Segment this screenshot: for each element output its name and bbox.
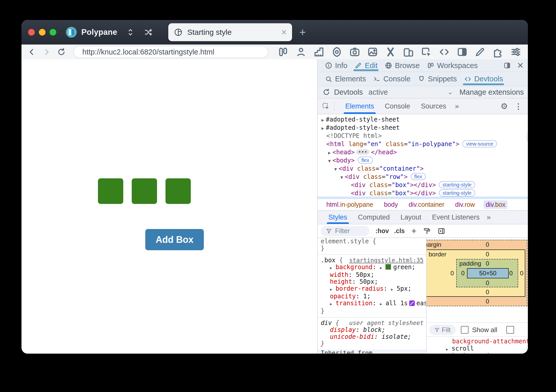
window-switcher-icon[interactable] xyxy=(126,28,135,37)
panel-tab-elements[interactable]: Elements xyxy=(325,72,366,86)
collapsed-children-icon[interactable]: ••• xyxy=(356,149,370,155)
selected-dom-row-partial[interactable] xyxy=(318,197,528,199)
dock-side-icon[interactable] xyxy=(503,61,511,70)
rule-source-link[interactable]: startingstyle.html:35 xyxy=(349,257,424,264)
element-picker-icon[interactable] xyxy=(420,46,432,58)
element-classes-button[interactable]: .cls xyxy=(394,227,405,235)
css-property[interactable]: ▶background: ▶green; xyxy=(321,264,426,271)
seo-badge-icon[interactable] xyxy=(331,46,343,58)
breadcrumb-body[interactable]: body xyxy=(382,200,400,209)
dom-node-row[interactable]: ▼<body>flex xyxy=(318,156,528,165)
css-rule[interactable]: user agent stylesheetdiv {display: block… xyxy=(321,320,426,347)
mode-tab-browse[interactable]: Browse xyxy=(385,59,420,72)
css-rule[interactable]: element.style {} xyxy=(321,238,426,252)
mode-tab-edit[interactable]: Edit xyxy=(354,59,377,72)
computed-filter-input[interactable]: Filt xyxy=(429,325,456,335)
border-top-value[interactable]: 0 xyxy=(486,251,489,258)
color-swatch[interactable] xyxy=(385,264,391,270)
code-icon[interactable] xyxy=(438,46,450,58)
group-checkbox[interactable] xyxy=(506,326,514,334)
css-property[interactable]: display: block; xyxy=(321,326,426,333)
padding-right-value[interactable]: 0 xyxy=(509,270,513,277)
panel-tab-devtools[interactable]: Devtools xyxy=(464,72,503,86)
dom-node-row[interactable]: <div class="box"></div>starting-style xyxy=(318,181,528,189)
border-right-value[interactable]: 0 xyxy=(520,270,523,277)
more-tabs-icon[interactable]: » xyxy=(455,102,459,110)
back-button[interactable] xyxy=(27,47,36,57)
margin-top-value[interactable]: 0 xyxy=(486,241,489,248)
dom-node-row[interactable]: ▼<div class="container"> xyxy=(318,165,528,173)
image-icon[interactable] xyxy=(367,46,379,58)
sliders-icon[interactable] xyxy=(510,46,522,58)
rule-source-link[interactable]: user agent stylesheet xyxy=(349,320,424,326)
browser-tab[interactable]: Starting style ✕ xyxy=(168,23,292,41)
reload-button[interactable] xyxy=(57,47,66,57)
mode-tab-workspaces[interactable]: Workspaces xyxy=(427,59,478,72)
css-property[interactable]: ▶transition: ▶all 1sease; xyxy=(321,300,426,308)
padding-bottom-value[interactable]: 0 xyxy=(486,279,489,287)
new-style-rule-button[interactable]: + xyxy=(411,226,416,236)
show-all-checkbox[interactable] xyxy=(461,326,469,334)
gear-icon[interactable]: ⚙ xyxy=(501,101,508,111)
kebab-menu-icon[interactable]: ⋮ xyxy=(515,102,522,111)
css-property[interactable]: width: 50px; xyxy=(321,271,426,278)
border-left-value[interactable]: 0 xyxy=(450,270,454,277)
border-bottom-value[interactable]: 0 xyxy=(486,289,489,296)
breadcrumb-div-box[interactable]: div.box xyxy=(484,200,507,209)
adorner-badge[interactable]: starting-style xyxy=(439,189,475,197)
new-tab-button[interactable]: + xyxy=(299,26,306,39)
puzzle-icon[interactable] xyxy=(492,46,504,58)
minimize-window-button[interactable] xyxy=(39,29,46,36)
chevron-down-icon[interactable]: ⌄ xyxy=(448,89,453,96)
dom-node-row[interactable]: <div class="box"></div>starting-style xyxy=(318,189,528,197)
breadcrumb-div-container[interactable]: div.container xyxy=(407,200,447,209)
easing-icon[interactable] xyxy=(409,300,415,306)
pencil-icon[interactable] xyxy=(474,46,486,58)
panel-tab-console[interactable]: Console xyxy=(373,72,410,86)
user-icon[interactable] xyxy=(295,46,307,58)
devices-icon[interactable] xyxy=(403,46,414,58)
devtools-tab-elements[interactable]: Elements xyxy=(345,99,374,114)
dom-node-row[interactable]: <html lang="en" class="in-polypane">view… xyxy=(318,140,528,148)
box-model-content[interactable]: 50×50 xyxy=(467,268,509,278)
margin-bottom-value[interactable]: 0 xyxy=(486,298,489,305)
inspect-element-icon[interactable] xyxy=(322,102,330,110)
styles-filter-input[interactable]: Filter xyxy=(321,226,369,236)
breadcrumb-div-row[interactable]: div.row xyxy=(453,200,477,209)
zoom-window-button[interactable] xyxy=(50,29,56,36)
shuffle-icon[interactable] xyxy=(144,28,153,37)
devtools-tab-console[interactable]: Console xyxy=(385,99,410,114)
dom-node-row[interactable]: ▶<head>•••</head> xyxy=(318,148,528,156)
breadcrumb-html-in-polypane[interactable]: html.in-polypane xyxy=(324,200,375,209)
manage-extensions-link[interactable]: Manage extensions xyxy=(460,88,524,96)
close-panel-icon[interactable]: ✕ xyxy=(517,61,524,70)
devtools-tab-sources[interactable]: Sources xyxy=(421,99,446,114)
css-property[interactable]: ▶border-radius: ▶5px; xyxy=(321,285,426,293)
split-view-icon[interactable] xyxy=(277,46,289,58)
cross-tools-icon[interactable] xyxy=(385,46,396,58)
sidebar-right-icon[interactable] xyxy=(456,46,468,58)
dom-node-row[interactable]: ▼<div class="row">flex xyxy=(318,173,528,181)
more-style-tabs-icon[interactable]: » xyxy=(487,213,491,221)
url-bar[interactable]: http://knuc2.local:6820/startingstyle.ht… xyxy=(73,46,269,58)
computed-property-row[interactable]: background-attachment▶scroll xyxy=(427,338,528,352)
hover-states-button[interactable]: :hov xyxy=(375,227,389,235)
dom-node-row[interactable]: ▶#adopted-style-sheet xyxy=(318,115,528,124)
sidebar-tab-event-listeners[interactable]: Event Listeners xyxy=(432,211,480,224)
css-property[interactable]: height: 50px; xyxy=(321,278,426,285)
css-property[interactable]: opacity: 1; xyxy=(321,293,426,300)
sidebar-tab-layout[interactable]: Layout xyxy=(401,211,421,224)
rendering-emulation-icon[interactable] xyxy=(423,227,431,235)
dom-node-row[interactable]: ▶#adopted-style-sheet xyxy=(318,124,528,132)
sidebar-tab-computed[interactable]: Computed xyxy=(358,211,390,224)
add-box-button[interactable]: Add Box xyxy=(145,229,204,250)
mode-tab-info[interactable]: Info xyxy=(325,59,347,72)
css-property[interactable]: unicode-bidi: isolate; xyxy=(321,333,426,340)
forward-button[interactable] xyxy=(42,47,51,57)
adorner-badge[interactable]: starting-style xyxy=(439,181,475,188)
padding-left-value[interactable]: 0 xyxy=(461,270,464,277)
adorner-badge[interactable]: flex xyxy=(411,173,426,180)
ruler-icon[interactable] xyxy=(313,46,325,58)
dom-node-row[interactable]: <!DOCTYPE html> xyxy=(318,132,528,140)
adorner-badge[interactable]: flex xyxy=(358,157,373,164)
